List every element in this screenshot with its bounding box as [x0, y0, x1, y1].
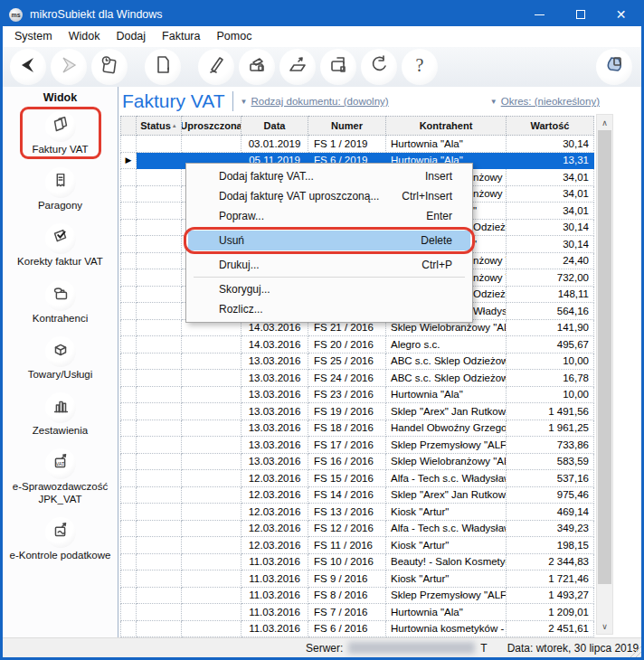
column-header-kontrahent[interactable]: Kontrahent [386, 116, 507, 136]
nav-forward-button[interactable] [51, 49, 87, 85]
edit-pen-button[interactable] [198, 49, 234, 85]
scroll-down-icon[interactable]: ∨ [597, 618, 612, 634]
close-button[interactable]: ✕ [601, 3, 641, 26]
table-row[interactable]: 11.03.2016FS 6 / 2016Hurtownia kosmetykó… [120, 621, 594, 638]
sidebar-item-e-kontrole-podatkowe[interactable]: e-Kontrole podatkowe [5, 517, 116, 561]
cell-data: 12.03.2016 [242, 537, 308, 554]
minimize-button[interactable] [519, 3, 560, 26]
table-row[interactable]: 13.03.2016FS 16 / 2016Sklep Wielobranżow… [120, 454, 594, 471]
tasks-clock-button[interactable] [91, 49, 128, 85]
sidebar-item-paragony[interactable]: Paragony [5, 167, 116, 212]
column-header-marker[interactable] [120, 116, 137, 136]
print-quick-button[interactable] [596, 49, 632, 85]
menu-item-faktura[interactable]: Faktura [154, 27, 208, 45]
column-header-data[interactable]: Data [242, 116, 308, 136]
sidebar-item-e-sprawozdawczość-jpk-vat[interactable]: VATe-Sprawozdawczość JPK_VAT [5, 448, 116, 504]
table-row[interactable]: 11.03.2016FS 9 / 2016Kiosk "Artur"1 721,… [120, 570, 594, 588]
menu-separator [194, 228, 465, 229]
cell-kontrahent: Kiosk "Artur" [386, 504, 507, 521]
row-marker-cell [120, 287, 137, 304]
table-row[interactable]: 13.03.2016FS 17 / 2016Sklep Przemysłowy … [120, 437, 594, 454]
table-row[interactable]: 13.03.2016FS 23 / 2016Hurtownia "Ala"10,… [120, 387, 594, 404]
menu-item-shortcut: Insert [425, 170, 452, 183]
help-button[interactable]: ? [402, 49, 438, 85]
filter-period[interactable]: ▼ Okres: (nieokreślony) [490, 96, 600, 107]
sidebar-item-zestawienia[interactable]: Zestawienia [5, 392, 116, 437]
cell-kontrahent: Handel Obwoźny Grzegorz Ko [386, 420, 507, 438]
context-menu-item-usuń[interactable]: UsuńDelete [188, 231, 470, 250]
table-row[interactable]: 12.03.2016FS 11 / 2016Kiosk "Artur"198,1… [120, 537, 594, 554]
vertical-scrollbar[interactable]: ∧ ∨ [596, 114, 613, 635]
sidebar-item-label: Paragony [38, 200, 82, 212]
cell-kontrahent: Sklep Wielobranżowy "ALEX" [386, 454, 507, 471]
table-header-row: Status▲UproszczonaDataNumerKontrahentWar… [120, 116, 594, 136]
cell-wartosc: 34,01 [507, 169, 594, 186]
table-row[interactable]: 14.03.2016FS 20 / 2016Alegro s.c.495,67 [120, 336, 594, 354]
printer-button[interactable] [239, 49, 275, 85]
menu-item-system[interactable]: System [6, 27, 61, 45]
cell-wartosc: 34,01 [507, 186, 594, 203]
menu-item-pomoc[interactable]: Pomoc [208, 27, 260, 45]
close-icon: ✕ [616, 8, 627, 21]
contractors-icon [50, 283, 71, 308]
table-row[interactable]: 11.03.2016FS 7 / 2016Hurtownia "Ala"1 20… [120, 604, 594, 621]
table-row[interactable]: 12.03.2016FS 12 / 2016Alfa - Tech s.c. W… [120, 521, 594, 538]
cell-numer: FS 12 / 2016 [308, 521, 386, 538]
cell-status [137, 253, 182, 270]
column-header-uproszczona[interactable]: Uproszczona [182, 116, 242, 136]
scroll-up-icon[interactable]: ∧ [597, 115, 612, 130]
undo-button[interactable] [361, 49, 397, 85]
table-row[interactable]: 03.01.2019FS 1 / 2019Hurtownia "Ala"30,1… [120, 136, 594, 153]
cell-kontrahent: Sklep Przemysłowy "ALF" [386, 437, 507, 454]
table-row[interactable]: 13.03.2016FS 19 / 2016Sklep "Arex" Jan R… [120, 403, 594, 420]
menu-item-label: Rozlicz... [219, 303, 452, 316]
document-next-button[interactable] [145, 49, 181, 85]
export-folder-button[interactable] [279, 49, 316, 85]
table-row[interactable]: 12.03.2016FS 13 / 2016Kiosk "Artur"469,1… [120, 504, 594, 521]
table-row[interactable]: 13.03.2016FS 24 / 2016ABC s.c. Sklep Odz… [120, 370, 594, 387]
undo-icon [367, 53, 391, 80]
maximize-icon [576, 10, 585, 19]
sidebar-item-label: e-Kontrole podatkowe [10, 550, 111, 561]
context-menu-item-drukuj[interactable]: Drukuj...Ctrl+P [188, 255, 470, 275]
menu-item-widok[interactable]: Widok [61, 27, 109, 45]
row-marker-cell [120, 203, 137, 220]
table-row[interactable]: 13.03.2016FS 25 / 2016ABC s.c. Sklep Odz… [120, 354, 594, 371]
scrollbar-thumb[interactable] [598, 130, 611, 584]
sidebar-item-towary-usługi[interactable]: Towary/Usługi [5, 336, 116, 381]
sidebar-item-kontrahenci[interactable]: Kontrahenci [5, 280, 116, 325]
maximize-button[interactable] [560, 3, 601, 26]
menu-item-dodaj[interactable]: Dodaj [108, 27, 154, 45]
context-menu-item-skoryguj[interactable]: Skoryguj... [188, 279, 470, 299]
table-row[interactable]: 11.03.2016FS 8 / 2016Sklep Przemysłowy "… [120, 588, 594, 605]
row-marker-cell [120, 604, 137, 621]
context-menu-item-rozlicz[interactable]: Rozlicz... [188, 299, 470, 319]
sidebar-item-korekty-faktur-vat[interactable]: Korekty faktur VAT [5, 223, 116, 268]
context-menu-item-popraw[interactable]: Popraw...Enter [188, 206, 470, 226]
jpk-vat-icon: VAT [50, 451, 71, 476]
row-marker-cell [120, 220, 137, 237]
row-marker-cell [120, 370, 137, 387]
nav-back-button[interactable] [10, 49, 46, 85]
table-row[interactable]: 11.03.2016FS 10 / 2016Beauty! - Salon Ko… [120, 554, 594, 571]
server-suffix: T [480, 642, 487, 655]
table-row[interactable]: 13.03.2016FS 18 / 2016Handel Obwoźny Grz… [120, 420, 594, 438]
table-row[interactable]: 12.03.2016FS 15 / 2016Alfa - Tech s.c. W… [120, 470, 594, 487]
column-header-wartość[interactable]: Wartość [507, 116, 594, 136]
filter-document-type[interactable]: ▼ Rodzaj dokumentu: (dowolny) [241, 96, 389, 107]
cell-numer: FS 7 / 2016 [308, 604, 386, 621]
cell-wartosc: 469,14 [507, 504, 594, 521]
printer-tray-button[interactable] [320, 49, 356, 85]
cell-status [137, 588, 182, 605]
main-header: Faktury VAT ▼ Rodzaj dokumentu: (dowolny… [118, 87, 641, 116]
column-header-numer[interactable]: Numer [308, 116, 386, 136]
cell-status [137, 504, 182, 521]
cell-data: 12.03.2016 [242, 487, 308, 504]
context-menu-item-dodaj-fakturę-vat-uproszczoną[interactable]: Dodaj fakturę VAT uproszczoną...Ctrl+Ins… [188, 186, 470, 206]
table-row[interactable]: 12.03.2016FS 14 / 2016Sklep "Arex" Jan R… [120, 487, 594, 504]
column-header-status[interactable]: Status▲ [137, 116, 182, 136]
context-menu-item-dodaj-fakturę-vat[interactable]: Dodaj fakturę VAT...Insert [188, 166, 470, 186]
cell-data: 13.03.2016 [242, 454, 308, 471]
cell-numer: FS 9 / 2016 [308, 570, 386, 588]
sidebar-item-faktury-vat[interactable]: Faktury VAT [5, 111, 116, 156]
